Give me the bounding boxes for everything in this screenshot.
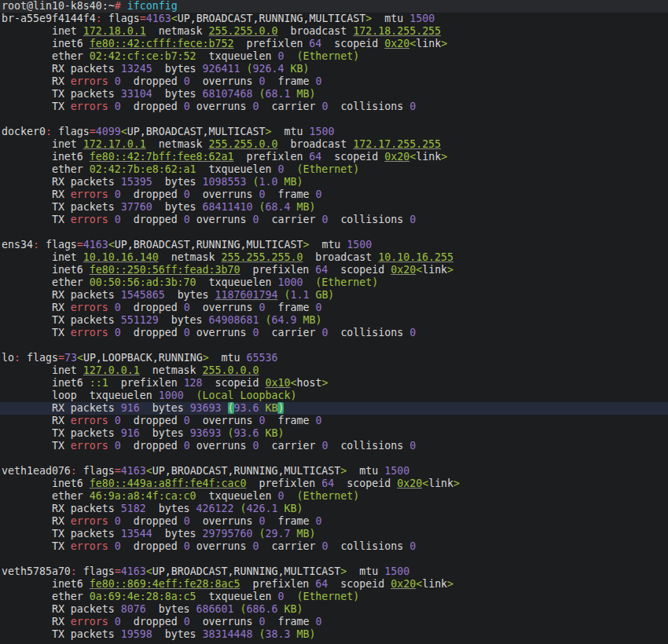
text-segment: 0 (184, 101, 190, 112)
text-segment: veth5785a70 (2, 565, 71, 577)
text-segment: : (71, 565, 77, 577)
iface-header-lo: lo: flags=73<UP,LOOPBACK,RUNNING> mtu 65… (0, 352, 668, 364)
text-segment: > (447, 264, 453, 276)
text-segment: 0 (253, 327, 259, 338)
text-segment: overruns (190, 616, 259, 628)
text-segment: > (266, 126, 272, 137)
text-segment: RX packets (2, 176, 121, 188)
text-segment: 93.6 (234, 402, 259, 414)
text-segment: 68.4 (266, 201, 291, 213)
text-segment: overruns (190, 440, 253, 452)
terminal-screen[interactable]: root@lin10-k8s40:~# ifconfigbr-a55e9f414… (0, 0, 668, 644)
text-segment: 0 (259, 188, 266, 200)
text-segment: 13245 (121, 63, 152, 75)
text-segment: carrier (259, 540, 322, 552)
text-segment: frame (266, 188, 316, 200)
text-segment: inet (2, 25, 83, 37)
text-segment: 172.18.255.255 (353, 25, 441, 37)
text-segment: > (321, 377, 328, 389)
text-segment: < (416, 578, 422, 590)
text-segment: < (409, 151, 416, 163)
text-segment (108, 415, 115, 426)
text-segment (253, 201, 259, 213)
text-segment: ( (259, 528, 266, 540)
text-segment: link (416, 38, 441, 49)
text-segment: 686.6 (247, 603, 278, 615)
rx-packets-line: RX packets 8076 bytes 686601 (686.6 KB) (0, 603, 668, 616)
text-segment: inet6 (2, 264, 90, 276)
text-segment: 93.6 (234, 427, 259, 439)
text-segment: mtu (272, 126, 310, 137)
text-segment: 0 (184, 440, 190, 452)
text-segment: 4163 (83, 239, 108, 251)
text-segment (240, 63, 247, 75)
rx-errors-line: RX errors 0 dropped 0 overruns 0 frame 0 (0, 616, 668, 628)
text-segment: carrier (259, 101, 322, 112)
text-segment: 426.1 (247, 503, 278, 514)
text-segment: MB) (290, 88, 315, 100)
text-segment: overruns (190, 188, 259, 200)
text-segment (121, 0, 127, 12)
text-segment: bytes (140, 427, 190, 439)
text-segment: overruns (190, 214, 253, 225)
text-segment: 64 (315, 578, 328, 590)
text-segment: 10.10.16.140 (83, 251, 159, 263)
text-segment: overruns (190, 75, 259, 87)
text-segment: ( (240, 503, 247, 514)
text-segment: 1545865 (121, 289, 165, 301)
text-segment: RX packets (2, 63, 121, 75)
text-segment: 64.9 (271, 314, 296, 326)
text-segment: KB) (277, 503, 303, 514)
text-segment: txqueuelen (196, 276, 278, 288)
ether-line: ether 46:9a:a8:4f:ca:c0 txqueuelen 0 (Et… (0, 490, 668, 503)
text-segment: 33104 (121, 88, 152, 100)
text-segment: carrier (259, 327, 322, 338)
text-segment: loop txqueuelen (2, 390, 159, 401)
text-segment: 13544 (121, 528, 152, 540)
text-segment: 255.255.255.0 (222, 251, 303, 263)
text-segment: 68107468 (203, 88, 253, 100)
text-segment: 0x10 (265, 377, 290, 389)
text-segment (108, 327, 115, 338)
text-segment: 29795760 (203, 528, 253, 540)
text-segment: (Ethernet) (296, 50, 359, 62)
text-segment: frame (266, 616, 316, 628)
text-segment: dropped (121, 515, 184, 527)
text-segment: UP,BROADCAST,MULTICAST (127, 126, 266, 137)
text-segment: KB) (277, 603, 303, 615)
text-segment: 46:9a:a8:4f:ca:c0 (90, 490, 196, 502)
text-segment: 64 (309, 38, 321, 49)
text-segment: KB (259, 402, 278, 414)
inet-line: inet 172.17.0.1 netmask 255.255.0.0 broa… (0, 138, 668, 151)
text-segment: 0 (315, 75, 321, 87)
text-segment: 0x20 (397, 478, 422, 489)
text-segment: TX packets (2, 314, 121, 326)
text-segment: inet (2, 138, 83, 150)
text-segment (108, 440, 115, 452)
text-segment: RX (2, 302, 71, 313)
tx-packets-line: TX packets 551129 bytes 64908681 (64.9 M… (0, 314, 668, 327)
text-segment: ether (2, 490, 90, 502)
text-segment: 128 (184, 377, 203, 389)
text-segment: < (416, 264, 422, 276)
text-segment: MB) (296, 314, 321, 326)
text-segment: bytes (152, 88, 203, 100)
text-segment: link (428, 478, 453, 489)
text-segment: 4163 (121, 465, 146, 477)
inet6-line: inet6 ::1 prefixlen 128 scopeid 0x10<hos… (0, 377, 668, 390)
text-segment: scopeid (203, 377, 266, 389)
text-segment: collisions (328, 440, 409, 452)
ether-line: ether 0a:69:4e:28:8a:c5 txqueuelen 0 (Et… (0, 591, 668, 603)
text-segment: TX (2, 540, 71, 552)
text-segment (253, 528, 259, 540)
text-segment: 0x20 (384, 151, 409, 163)
text-segment: link (416, 151, 441, 163)
text-segment: RX (2, 515, 71, 527)
text-segment: 0 (184, 540, 190, 552)
text-segment: = (140, 13, 146, 24)
text-segment: 0 (115, 101, 121, 112)
text-segment: fe80::42:cfff:fece:b752 (90, 38, 234, 49)
rx-packets-line-highlighted: RX packets 916 bytes 93693 (93.6 KB) (0, 402, 668, 415)
tx-errors-line: TX errors 0 dropped 0 overruns 0 carrier… (0, 101, 668, 113)
text-segment: : (71, 465, 77, 477)
